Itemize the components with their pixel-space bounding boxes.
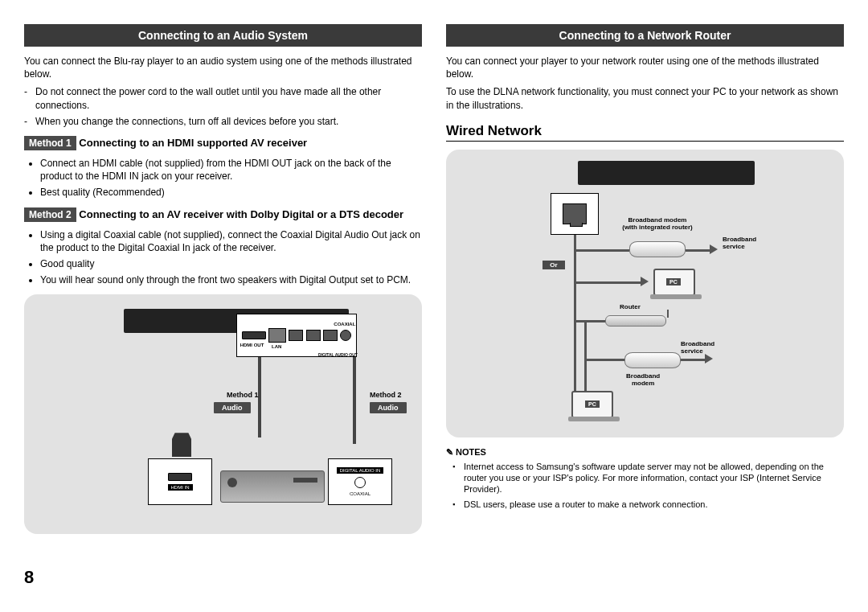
audio-warning-1: Do not connect the power cord to the wal… bbox=[35, 85, 422, 111]
player-ports-callout: HDMI OUT LAN COAXIAL bbox=[236, 314, 357, 357]
method2-point-2: Good quality bbox=[40, 257, 422, 270]
hdmi-in-callout: HDMI IN bbox=[148, 458, 212, 505]
method2-point-3: You will hear sound only through the fro… bbox=[40, 273, 422, 286]
diagram-audio-pill-1: Audio bbox=[214, 402, 251, 413]
method1-point-1: Connect an HDMI cable (not supplied) fro… bbox=[40, 157, 422, 183]
broadband-modem-int-label: Broadband modem (with integrated router) bbox=[605, 217, 710, 232]
cable-to-pc-1 bbox=[576, 281, 641, 284]
player-back-icon-net bbox=[578, 161, 755, 185]
router-icon bbox=[605, 315, 666, 327]
cable-router-to-modem bbox=[584, 359, 624, 361]
router-label: Router bbox=[620, 304, 641, 311]
diagram-method2-label: Method 2 bbox=[370, 391, 402, 399]
lan-callout bbox=[551, 193, 599, 235]
method2-point-1: Using a digital Coaxial cable (not suppl… bbox=[40, 228, 422, 254]
misc-port-icon bbox=[289, 330, 303, 341]
cable-to-router bbox=[576, 320, 605, 322]
network-intro-1: You can connect your player to your netw… bbox=[446, 55, 844, 80]
method1-title: Connecting to an HDMI supported AV recei… bbox=[79, 137, 307, 149]
broadband-modem-icon bbox=[624, 352, 681, 368]
hdmi-out-port-icon bbox=[242, 331, 266, 339]
cable-modem-out bbox=[681, 359, 705, 361]
coaxial-in-label: COAXIAL bbox=[350, 491, 371, 496]
coaxial-cable-icon bbox=[353, 357, 356, 444]
hdmi-cable-icon bbox=[258, 357, 261, 437]
method1-pill: Method 1 bbox=[24, 136, 76, 150]
lan-label: LAN bbox=[272, 344, 281, 349]
network-intro-2: To use the DLNA network functionality, y… bbox=[446, 85, 844, 111]
hdmi-in-port-icon bbox=[168, 473, 192, 481]
audio-intro: You can connect the Blu-ray player to an… bbox=[24, 55, 422, 80]
heading-rule bbox=[446, 141, 844, 142]
arrow-icon-2 bbox=[705, 354, 713, 364]
or-label: Or bbox=[542, 261, 565, 269]
method1-point-2: Best quality (Recommended) bbox=[40, 186, 422, 199]
audio-diagram: HDMI OUT LAN COAXIAL DIGITAL AUDIO OUT bbox=[24, 294, 422, 534]
diagram-audio-pill-2: Audio bbox=[370, 402, 407, 413]
digital-in-callout: DIGITAL AUDIO IN COAXIAL bbox=[328, 458, 392, 505]
broadband-modem-int-icon bbox=[629, 241, 686, 257]
av-receiver-icon bbox=[220, 470, 325, 503]
left-column: Connecting to an Audio System You can co… bbox=[24, 24, 422, 534]
misc-port-icon-3 bbox=[323, 330, 338, 341]
pc-label-2: PC bbox=[585, 400, 600, 408]
coaxial-in-icon bbox=[354, 477, 366, 488]
diagram-method1-label: Method 1 bbox=[227, 391, 259, 399]
broadband-modem-label: Broadband modem bbox=[626, 373, 660, 388]
network-diagram: Or Broadband modem (with integrated rout… bbox=[446, 150, 844, 437]
lan-port-icon bbox=[268, 328, 286, 343]
cable-modem-int-out bbox=[686, 249, 710, 252]
note-2: DSL users, please use a router to make a… bbox=[464, 499, 844, 510]
right-column: Connecting to a Network Router You can c… bbox=[446, 24, 844, 534]
lan-jack-icon bbox=[563, 203, 587, 224]
digital-audio-out-label: DIGITAL AUDIO OUT bbox=[318, 352, 358, 357]
misc-port-icon-2 bbox=[306, 330, 321, 341]
page-number: 8 bbox=[24, 567, 34, 588]
hdmi-out-label: HDMI OUT bbox=[240, 343, 264, 347]
method2-heading: Method 2 Connecting to an AV receiver wi… bbox=[24, 207, 422, 222]
hdmi-plug-icon bbox=[172, 433, 191, 457]
audio-section-header: Connecting to an Audio System bbox=[24, 24, 422, 47]
network-section-header: Connecting to a Network Router bbox=[446, 24, 844, 47]
digital-audio-in-label: DIGITAL AUDIO IN bbox=[337, 467, 384, 474]
broadband-service-label-1: Broadband service bbox=[723, 236, 756, 251]
notes-heading: NOTES bbox=[446, 447, 844, 458]
pc-label-1: PC bbox=[666, 278, 681, 285]
method2-title: Connecting to an AV receiver with Dolby … bbox=[79, 208, 403, 220]
arrow-icon-1 bbox=[710, 244, 718, 254]
broadband-service-label-2: Broadband service bbox=[681, 341, 714, 355]
wired-network-heading: Wired Network bbox=[446, 123, 844, 139]
method2-pill: Method 2 bbox=[24, 207, 76, 222]
method1-heading: Method 1 Connecting to an HDMI supported… bbox=[24, 136, 422, 150]
cable-to-modem-int bbox=[576, 249, 629, 252]
coaxial-out-icon bbox=[340, 330, 351, 341]
cable-router-down bbox=[584, 322, 587, 402]
coaxial-label: COAXIAL bbox=[334, 322, 355, 327]
arrow-icon-pc1 bbox=[641, 277, 649, 286]
note-1: Internet access to Samsung's software up… bbox=[464, 461, 844, 495]
audio-warning-2: When you change the connections, turn of… bbox=[35, 115, 422, 128]
hdmi-in-label: HDMI IN bbox=[168, 484, 193, 491]
main-cable-icon bbox=[574, 235, 576, 402]
